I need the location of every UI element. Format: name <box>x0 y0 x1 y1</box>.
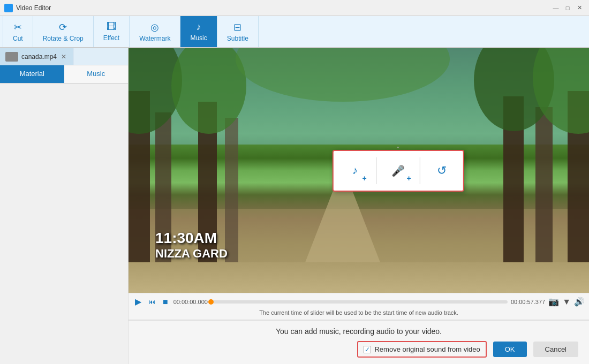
progress-bar[interactable] <box>211 300 508 304</box>
video-overlay-text: 11:30AM NIZZA GARD <box>155 230 228 261</box>
svg-point-12 <box>533 48 589 134</box>
title-bar-left: Video Editor <box>4 4 51 12</box>
record-audio-icon: 🎤 + <box>388 160 409 181</box>
panel-tabs: Material Music <box>0 65 128 84</box>
video-time-display: 11:30AM <box>155 230 228 247</box>
tab-watermark[interactable]: ◎ Watermark <box>130 16 180 47</box>
remove-sound-label: Remove original sound from video <box>374 345 480 353</box>
video-background: 11:30AM NIZZA GARD ˅ ♪ + <box>129 48 589 293</box>
play-button[interactable]: ▶ <box>133 295 144 308</box>
checkbox-checkmark: ✓ <box>365 346 370 353</box>
video-player: 11:30AM NIZZA GARD ˅ ♪ + <box>129 48 589 293</box>
volume-icon: ▼ <box>562 297 571 307</box>
file-tab[interactable]: canada.mp4 ✕ <box>0 48 73 65</box>
controls-row-hint: The current time of slider will be used … <box>133 309 585 316</box>
panel-content <box>0 84 128 364</box>
svg-point-11 <box>474 48 554 131</box>
tab-cut-label: Cut <box>13 35 23 42</box>
tab-effect[interactable]: 🎞 Effect <box>94 16 130 47</box>
bottom-footer: ✓ Remove original sound from video OK Ca… <box>139 341 578 358</box>
video-area: 11:30AM NIZZA GARD ˅ ♪ + <box>129 48 589 364</box>
tab-rotate-crop-label: Rotate & Crop <box>43 35 84 42</box>
remove-sound-checkbox[interactable]: ✓ <box>364 346 371 353</box>
time-end: 00:00:57.377 <box>511 299 545 305</box>
app-icon <box>4 4 13 12</box>
toolbar: ✂ Cut ⟳ Rotate & Crop 🎞 Effect ◎ Waterma… <box>0 16 589 48</box>
controls-bar: ▶ ⏮ ■ 00:00:00.000 00:00:57.377 📷 ▼ 🔊 Th… <box>129 293 589 320</box>
tab-cut[interactable]: ✂ Cut <box>3 16 33 47</box>
controls-row-1: ▶ ⏮ ■ 00:00:00.000 00:00:57.377 📷 ▼ 🔊 <box>133 295 585 308</box>
stop-icon: ■ <box>163 297 168 307</box>
video-location-display: NIZZA GARD <box>155 247 228 261</box>
minimize-button[interactable]: — <box>550 3 561 13</box>
tab-subtitle[interactable]: ⊟ Subtitle <box>217 16 259 47</box>
play-icon: ▶ <box>135 297 141 307</box>
cut-icon: ✂ <box>14 21 22 33</box>
add-music-hint: You can add music, recording audio to yo… <box>276 327 442 336</box>
panel-tab-material[interactable]: Material <box>0 65 64 83</box>
tab-effect-label: Effect <box>103 34 119 42</box>
tab-rotate-crop[interactable]: ⟳ Rotate & Crop <box>33 16 94 47</box>
maximize-button[interactable]: □ <box>562 3 573 13</box>
prev-frame-button[interactable]: ⏮ <box>147 297 157 307</box>
cancel-button[interactable]: Cancel <box>533 342 578 357</box>
tab-subtitle-label: Subtitle <box>227 35 248 42</box>
camera-button[interactable]: 📷 <box>548 297 559 307</box>
svg-point-13 <box>236 48 450 102</box>
effect-icon: 🎞 <box>107 21 116 33</box>
title-bar: Video Editor — □ ✕ <box>0 0 589 16</box>
watermark-icon: ◎ <box>150 21 159 33</box>
record-audio-button[interactable]: 🎤 + <box>388 160 409 181</box>
time-start: 00:00:00.000 <box>173 299 208 305</box>
window-title: Video Editor <box>16 4 51 12</box>
tab-music[interactable]: ♪ Music <box>180 16 217 47</box>
svg-rect-8 <box>568 91 589 262</box>
file-name: canada.mp4 <box>21 53 57 60</box>
rotate-crop-icon: ⟳ <box>59 21 67 33</box>
subtitle-icon: ⊟ <box>233 21 241 33</box>
ok-button[interactable]: OK <box>493 342 527 357</box>
title-bar-controls: — □ ✕ <box>550 3 585 13</box>
svg-rect-2 <box>129 91 150 262</box>
volume-control[interactable]: 🔊 <box>574 297 585 307</box>
bottom-area: You can add music, recording audio to yo… <box>129 320 589 364</box>
controls-hint: The current time of slider will be used … <box>133 309 585 316</box>
file-thumbnail <box>5 52 18 62</box>
file-tab-close[interactable]: ✕ <box>60 53 67 60</box>
progress-thumb[interactable] <box>208 299 214 305</box>
popup-arrow: ˅ <box>396 146 400 154</box>
tab-watermark-label: Watermark <box>139 35 170 42</box>
tab-music-label: Music <box>190 34 207 42</box>
close-button[interactable]: ✕ <box>574 3 585 13</box>
left-panel: canada.mp4 ✕ Material Music <box>0 48 129 364</box>
replace-audio-button[interactable]: ↺ <box>431 160 452 181</box>
replace-audio-icon: ↺ <box>431 160 452 181</box>
music-icon: ♪ <box>197 21 201 33</box>
svg-rect-7 <box>535 107 553 262</box>
panel-tab-music[interactable]: Music <box>64 65 129 83</box>
add-music-icon: ♪ + <box>344 160 366 181</box>
svg-rect-6 <box>503 96 524 262</box>
file-tab-bar: canada.mp4 ✕ <box>0 48 128 65</box>
add-music-button[interactable]: ♪ + <box>344 160 366 181</box>
main-content: canada.mp4 ✕ Material Music <box>0 48 589 364</box>
popup-divider-1 <box>376 157 377 184</box>
audio-popup: ˅ ♪ + 🎤 + <box>333 150 464 192</box>
stop-button[interactable]: ■ <box>161 296 170 308</box>
svg-point-10 <box>171 48 246 134</box>
svg-rect-0 <box>129 48 589 145</box>
svg-point-9 <box>129 48 182 134</box>
remove-sound-box: ✓ Remove original sound from video <box>357 341 486 358</box>
popup-divider-2 <box>420 157 420 184</box>
